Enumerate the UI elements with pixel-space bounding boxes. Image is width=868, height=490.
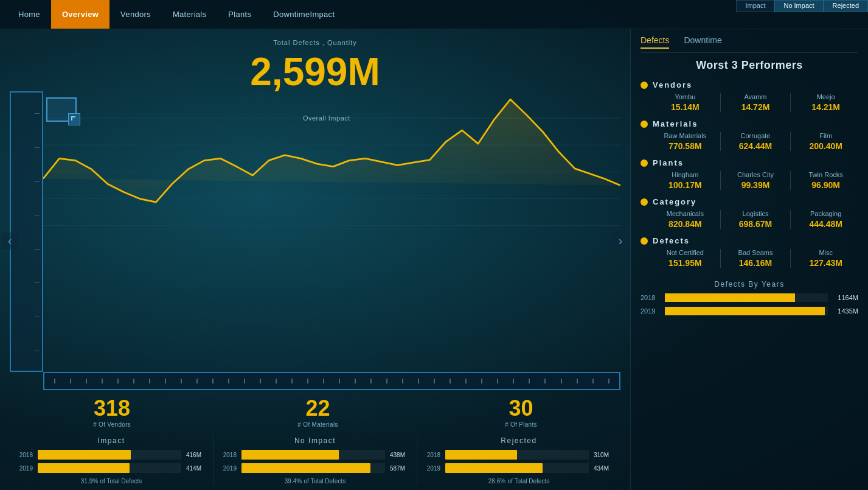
performer-items: Raw Materials770.58MCorrugate624.44MFilm…	[641, 132, 858, 151]
performer-value: 698.67M	[723, 219, 788, 229]
x-tick	[196, 379, 198, 383]
nav-home[interactable]: Home	[7, 0, 51, 29]
x-tick	[386, 379, 387, 383]
x-tick	[149, 379, 150, 383]
nav-plants[interactable]: Plants	[217, 0, 262, 29]
x-tick	[102, 379, 103, 383]
big-metric: 2,599M	[10, 52, 620, 91]
performer-item: Misc127.43M	[793, 249, 858, 268]
y-tick-5: —	[13, 212, 40, 217]
bar-row-noimpact-2019: 2019 587M	[218, 463, 412, 473]
x-tick	[497, 379, 498, 383]
performer-item: Twin Rocks96.90M	[793, 171, 858, 190]
stat-materials-number: 22	[297, 397, 338, 419]
x-tick	[291, 379, 293, 383]
x-tick	[355, 379, 356, 383]
performer-divider	[720, 132, 721, 151]
performer-dot	[641, 159, 648, 167]
x-tick	[465, 379, 467, 383]
nav-downtime-impact[interactable]: DowntimeImpact	[262, 0, 345, 29]
selection-box[interactable]	[46, 97, 77, 122]
x-tick	[481, 379, 482, 383]
bar-fill	[38, 463, 130, 473]
y-tick-1: —	[13, 348, 40, 353]
performer-item: Avamm14.72M	[723, 93, 788, 112]
performer-value: 624.44M	[723, 141, 788, 151]
y-tick-2: —	[13, 313, 40, 319]
performer-name: Charles City	[723, 171, 788, 178]
nav-vendors[interactable]: Vendors	[109, 0, 162, 29]
rp-tabs: Defects Downtime	[641, 35, 858, 53]
bar-row-rejected-2018: 2018 310M	[422, 450, 616, 460]
bar-row-rejected-2019: 2019 434M	[422, 463, 616, 473]
filter-pill-impact[interactable]: Impact	[736, 0, 774, 12]
dby-fill	[665, 307, 825, 315]
bar-section-no-impact-title: No Impact	[218, 436, 412, 445]
performer-name: Bad Seams	[723, 249, 788, 256]
chart-nav-left[interactable]: ‹	[1, 233, 18, 250]
performer-name: Meejo	[793, 93, 858, 100]
dby-row: 2018 1164M	[641, 293, 858, 302]
performer-value: 820.84M	[653, 219, 718, 229]
performer-item: Raw Materials770.58M	[653, 132, 718, 151]
bar-pct-no-impact: 39.4% of Total Defects	[218, 477, 412, 485]
bar-year: 2019	[422, 465, 440, 472]
tab-defects[interactable]: Defects	[641, 35, 669, 49]
performer-item: Packaging444.48M	[793, 210, 858, 229]
x-tick	[544, 379, 546, 383]
dby-track	[665, 293, 828, 302]
performer-name: Yombu	[653, 93, 718, 100]
filter-pill-rejected[interactable]: Rejected	[824, 0, 868, 12]
nav-overview[interactable]: Overview	[51, 0, 109, 29]
chart-nav-right[interactable]: ›	[612, 233, 629, 250]
performer-name: Not Certified	[653, 249, 718, 256]
performer-item: Hingham100.17M	[653, 171, 718, 190]
performer-item: Corrugate624.44M	[723, 132, 788, 151]
performer-item: Charles City99.39M	[723, 171, 788, 190]
performer-section-title: Defects	[641, 236, 858, 245]
performer-name: Twin Rocks	[793, 171, 858, 178]
performer-section-materials: MaterialsRaw Materials770.58MCorrugate62…	[641, 119, 858, 151]
performer-divider	[790, 93, 791, 112]
x-tick	[529, 379, 530, 383]
performer-section-plants: PlantsHingham100.17MCharles City99.39MTw…	[641, 158, 858, 190]
bar-year: 2019	[218, 465, 237, 472]
performer-value: 14.72M	[723, 102, 788, 112]
performer-name: Avamm	[723, 93, 788, 100]
chart-title: Total Defects , Quantity	[273, 39, 357, 46]
x-tick	[307, 379, 308, 383]
y-axis-rail: — — — — — — — —	[10, 91, 43, 372]
x-tick	[260, 379, 261, 383]
line-chart-svg	[43, 91, 620, 239]
performer-items: Hingham100.17MCharles City99.39MTwin Roc…	[641, 171, 858, 190]
bar-fill	[445, 450, 517, 460]
stat-materials-label: # Of Materials	[297, 421, 338, 428]
performer-items: Yombu15.14MAvamm14.72MMeejo14.21M	[641, 93, 858, 112]
main-layout: Total Defects , Quantity 2,599M ‹ › — — …	[0, 29, 868, 490]
bar-section-rejected: Rejected 2018 310M 2019 434M 28.6%	[417, 436, 620, 485]
performer-section-title: Vendors	[641, 80, 858, 89]
performer-value: 770.58M	[653, 141, 718, 151]
performer-value: 14.21M	[793, 102, 858, 112]
bar-pct-rejected: 28.6% of Total Defects	[422, 477, 616, 485]
x-tick	[181, 379, 182, 383]
performer-item: Film200.40M	[793, 132, 858, 151]
left-panel: Total Defects , Quantity 2,599M ‹ › — — …	[0, 29, 631, 490]
tab-downtime[interactable]: Downtime	[684, 35, 721, 49]
performer-value: 127.43M	[793, 258, 858, 268]
performer-item: Yombu15.14M	[653, 93, 718, 112]
performer-section-title: Category	[641, 197, 858, 206]
x-tick	[117, 379, 119, 383]
chart-box: ‹ › — — — — — — — —	[10, 91, 620, 390]
bar-track	[445, 450, 589, 460]
dby-value: 1435M	[833, 307, 858, 315]
performer-section-label: Category	[653, 197, 696, 206]
performer-section-label: Plants	[653, 158, 684, 167]
nav-materials[interactable]: Materials	[162, 0, 217, 29]
bar-track	[241, 463, 385, 473]
filter-pill-no-impact[interactable]: No Impact	[774, 0, 823, 12]
x-tick	[513, 379, 514, 383]
performer-dot	[641, 121, 648, 128]
x-tick	[54, 379, 55, 383]
x-tick	[418, 379, 419, 383]
